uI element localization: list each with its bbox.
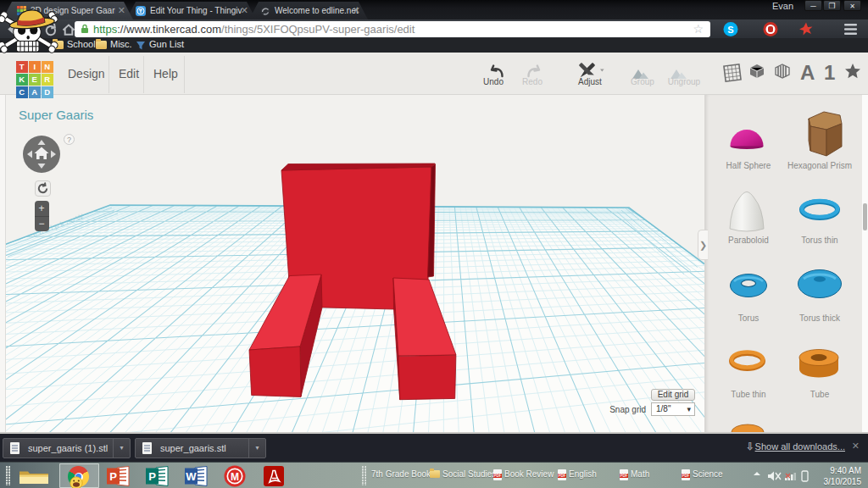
svg-text:W: W: [186, 470, 197, 483]
svg-text:A: A: [800, 61, 815, 84]
svg-text:1: 1: [824, 61, 835, 84]
svg-text:P: P: [148, 470, 156, 483]
svg-text:P: P: [109, 470, 117, 483]
svg-text:S: S: [727, 25, 733, 35]
svg-text:M: M: [231, 471, 239, 483]
